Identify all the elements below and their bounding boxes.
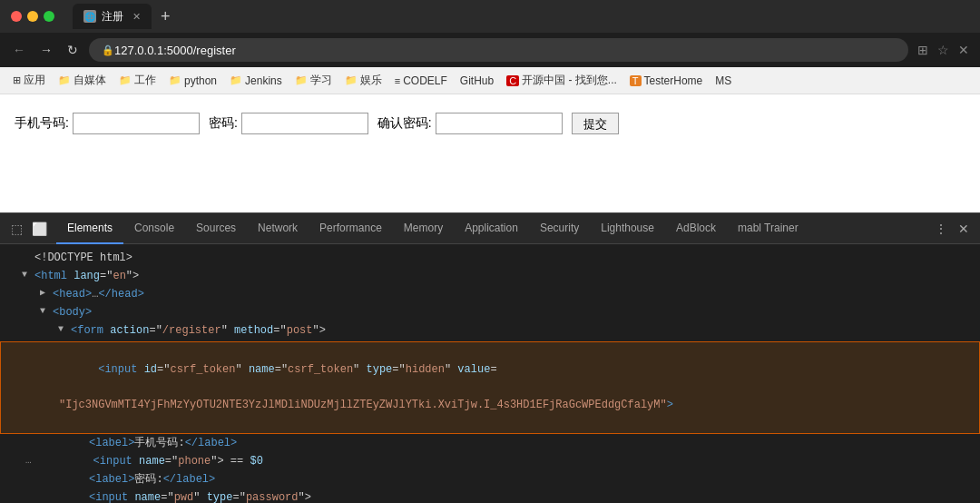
traffic-lights (11, 11, 54, 22)
bookmark-icon[interactable]: ☆ (936, 41, 951, 59)
devtools-tabs: Elements Console Sources Network Perform… (56, 213, 809, 244)
confirm-label: 确认密码: (377, 115, 432, 132)
folder-icon-6: 📁 (345, 74, 358, 86)
devtools-inspect-icon[interactable]: ⬚ (7, 218, 26, 240)
bookmarks-bar: ⊞ 应用 📁 自媒体 📁 工作 📁 python 📁 Jenkins 📁 学习 … (0, 67, 980, 94)
devtools-close-icon[interactable]: ✕ (955, 218, 973, 240)
address-bar: ← → ↻ 🔒 127.0.0.1:5000/register ⊞ ☆ ✕ (0, 33, 980, 67)
devtools-more-icon[interactable]: ⋮ (931, 218, 951, 240)
address-actions: ⊞ ☆ ✕ (916, 41, 971, 59)
devtools-toolbar: ⬚ ⬜ Elements Console Sources Network Per… (0, 213, 980, 244)
devtools-panel: ⬚ ⬜ Elements Console Sources Network Per… (0, 212, 980, 503)
bookmark-testerhome[interactable]: T TesterHome (624, 73, 708, 89)
expand-arrow-form: ▼ (58, 322, 67, 337)
tab-memory[interactable]: Memory (393, 213, 454, 244)
tab-adblock[interactable]: AdBlock (665, 213, 727, 244)
code-line-input-pwd[interactable]: <input name="pwd" type="password"> (0, 489, 980, 503)
tab-title: 注册 (102, 9, 123, 25)
new-tab-button[interactable]: + (155, 7, 176, 26)
bookmark-jenkins[interactable]: 📁 Jenkins (224, 73, 288, 89)
tab-sources[interactable]: Sources (185, 213, 247, 244)
bookmark-codelf-label: CODELF (403, 74, 447, 87)
page-content: 手机号码: 密码: 确认密码: 提交 (0, 94, 980, 212)
bookmark-media[interactable]: 📁 自媒体 (53, 71, 112, 90)
maximize-button[interactable] (44, 11, 54, 22)
expand-arrow (22, 250, 31, 264)
code-line-body[interactable]: ▼ <body> (0, 304, 980, 322)
bookmark-media-label: 自媒体 (74, 73, 106, 88)
confirm-password-input[interactable] (436, 113, 563, 134)
devtools-code-view[interactable]: <!DOCTYPE html> ▼ <html lang="en"> ▶ <he… (0, 244, 980, 503)
submit-button[interactable]: 提交 (572, 113, 619, 134)
bookmark-entertainment[interactable]: 📁 娱乐 (339, 71, 387, 90)
minimize-button[interactable] (27, 11, 38, 22)
github-label: GitHub (460, 74, 494, 87)
bookmark-oschina[interactable]: C 开源中国 - 找到您... (501, 71, 622, 90)
code-line-label-phone[interactable]: <label>手机号码:</label> (0, 435, 980, 453)
html-tag: <html (34, 268, 74, 285)
code-line-form[interactable]: ▼ <form action="/register" method="post"… (0, 322, 980, 340)
browser-tab-active[interactable]: 🌐 注册 ✕ (73, 4, 152, 29)
testerhome-icon: T (630, 75, 642, 86)
code-line-label-pwd[interactable]: <label>密码:</label> (0, 471, 980, 489)
bookmark-oschina-label: 开源中国 - 找到您... (522, 73, 617, 88)
bookmark-apps-label: 应用 (24, 73, 45, 88)
bookmark-apps[interactable]: ⊞ 应用 (7, 71, 51, 90)
bookmark-ms[interactable]: MS (710, 73, 737, 89)
apps-icon: ⊞ (13, 74, 21, 86)
dollar-indicator: … (25, 453, 32, 469)
expand-arrow-html: ▼ (22, 268, 31, 282)
expand-arrow-ip (81, 453, 90, 468)
code-line-csrf[interactable]: <input id="csrf_token" name="csrf_token"… (0, 341, 980, 434)
bookmark-study[interactable]: 📁 学习 (289, 71, 338, 90)
folder-icon-5: 📁 (295, 74, 308, 86)
tab-application[interactable]: Application (454, 213, 529, 244)
phone-field-group: 手机号码: (15, 113, 200, 134)
tab-console[interactable]: Console (123, 213, 185, 244)
code-line-head[interactable]: ▶ <head>…</head> (0, 286, 980, 304)
devtools-device-icon[interactable]: ⬜ (28, 218, 51, 240)
bookmark-testerhome-label: TesterHome (644, 74, 703, 87)
devtools-right-icons: ⋮ ✕ (931, 218, 973, 240)
tab-favicon: 🌐 (83, 10, 96, 23)
translate-icon[interactable]: ⊞ (916, 41, 930, 59)
tab-lighthouse[interactable]: Lighthouse (590, 213, 665, 244)
bookmark-github[interactable]: GitHub (455, 73, 499, 89)
code-line-input-phone[interactable]: … <input name="phone"> == $0 (0, 453, 980, 471)
address-input-container[interactable]: 🔒 127.0.0.1:5000/register (89, 38, 908, 62)
tab-elements[interactable]: Elements (56, 213, 123, 244)
bookmark-python[interactable]: 📁 python (163, 73, 222, 89)
oschina-icon: C (506, 75, 519, 86)
expand-arrow-body: ▼ (40, 304, 49, 319)
password-input[interactable] (241, 113, 368, 134)
extension-icon[interactable]: ✕ (956, 41, 971, 59)
reload-button[interactable]: ↻ (64, 41, 82, 59)
password-field-group: 密码: (209, 113, 368, 134)
tab-performance[interactable]: Performance (309, 213, 393, 244)
forward-button[interactable]: → (36, 41, 56, 59)
code-line-doctype[interactable]: <!DOCTYPE html> (0, 250, 980, 268)
bookmark-codelf[interactable]: ≡ CODELF (389, 73, 453, 89)
tab-mabl[interactable]: mabl Trainer (727, 213, 809, 244)
tab-close-button[interactable]: ✕ (132, 11, 141, 23)
back-button[interactable]: ← (9, 41, 29, 59)
folder-icon-2: 📁 (119, 74, 132, 86)
address-text: 127.0.0.1:5000/register (114, 44, 236, 57)
phone-label: 手机号码: (15, 115, 69, 132)
close-button[interactable] (11, 11, 22, 22)
phone-input[interactable] (73, 113, 200, 134)
bookmark-work[interactable]: 📁 工作 (113, 71, 162, 90)
folder-icon-3: 📁 (169, 74, 181, 86)
bookmark-python-label: python (184, 74, 217, 87)
expand-arrow-lp (76, 435, 85, 449)
bookmark-jenkins-label: Jenkins (245, 74, 282, 87)
tab-network[interactable]: Network (247, 213, 309, 244)
folder-icon-4: 📁 (230, 74, 242, 86)
tab-security[interactable]: Security (529, 213, 590, 244)
folder-icon-1: 📁 (58, 74, 71, 86)
titlebar: 🌐 注册 ✕ + (0, 0, 980, 33)
code-line-html[interactable]: ▼ <html lang="en"> (0, 268, 980, 286)
ms-label: MS (715, 74, 731, 87)
bookmark-study-label: 学习 (310, 73, 332, 88)
lock-icon: 🔒 (102, 44, 114, 56)
